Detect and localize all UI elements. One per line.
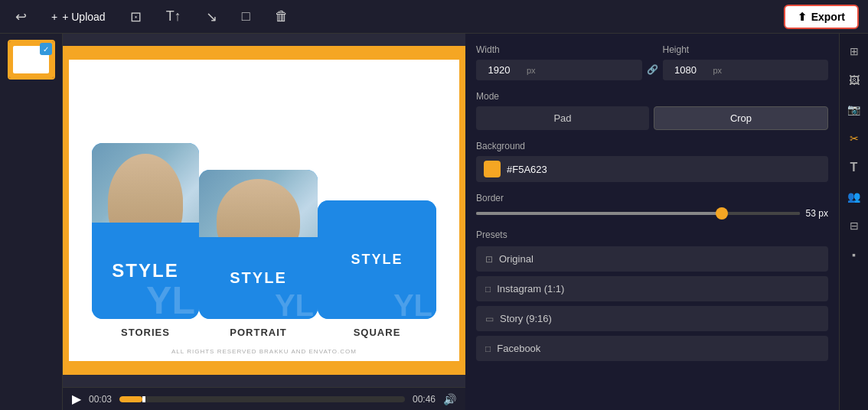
thumbnail-item[interactable]: ✓	[8, 40, 55, 80]
save-button[interactable]: ⊡	[124, 5, 148, 28]
export-label: Export	[811, 11, 845, 23]
arrow-button[interactable]: ↘	[200, 5, 224, 28]
thumbnail-check: ✓	[40, 43, 52, 55]
preset-instagram-icon: □	[485, 284, 491, 294]
photo-icon-btn[interactable]: 📷	[843, 98, 866, 121]
export-icon: ⬆	[798, 11, 807, 23]
text-icon-btn[interactable]: T	[843, 156, 866, 179]
preset-story-icon: ▭	[485, 314, 494, 324]
mode-setting: Mode Pad Crop	[476, 91, 828, 130]
preset-instagram-label: Instagram (1:1)	[497, 283, 564, 294]
sliders-icon-btn[interactable]: ⊟	[843, 214, 866, 237]
timeline-track[interactable]	[119, 396, 405, 402]
width-label: Width	[476, 44, 642, 55]
yl-square: YL	[393, 288, 432, 319]
person-add-icon-btn[interactable]: 👥	[843, 185, 866, 208]
border-setting: Border 53 px	[476, 193, 828, 219]
layers-icon-btn[interactable]: ▪	[843, 243, 866, 266]
dimension-setting: Width px 🔗 Height px	[476, 44, 828, 80]
preset-original-icon: ⊡	[485, 254, 493, 265]
presets-setting: Presets ⊡ Original □ Instagram (1:1) ▭ S…	[476, 229, 828, 361]
height-unit: px	[709, 66, 727, 75]
pad-button[interactable]: Pad	[476, 106, 649, 130]
upload-button[interactable]: + + Upload	[45, 8, 112, 26]
play-button[interactable]: ▶	[72, 392, 81, 406]
border-thumb	[716, 207, 728, 220]
canvas-white: STYLE YL STORIES ST	[69, 60, 459, 361]
bg-hex: #F5A623	[507, 164, 547, 175]
bg-swatch	[484, 161, 501, 177]
canvas-content: STYLE YL STORIES ST	[63, 34, 465, 387]
right-main-panel: Width px 🔗 Height px	[465, 34, 868, 410]
crop-icon-btn[interactable]: ✂	[843, 127, 866, 150]
card-label-stories: STORIES	[121, 327, 170, 338]
border-label: Border	[476, 193, 828, 203]
mode-row: Pad Crop	[476, 106, 828, 130]
volume-icon[interactable]: 🔊	[443, 393, 456, 405]
presets-label: Presets	[476, 229, 828, 240]
timeline: ▶ 00:03 00:46 🔊	[63, 387, 465, 410]
main-layout: ✓ STYLE YL	[0, 34, 868, 410]
text-button[interactable]: T↑	[160, 5, 188, 28]
yl-stories: YL	[146, 278, 195, 319]
right-icon-strip: ⊞ 🖼 📷 ✂ T 👥 ⊟ ▪	[839, 34, 868, 410]
plus-icon: +	[51, 11, 57, 23]
border-value: 53 px	[806, 208, 828, 219]
export-button[interactable]: ⬆ Export	[784, 5, 859, 29]
card-visual-portrait: STYLE YL	[199, 170, 318, 319]
border-filled	[476, 212, 719, 215]
background-setting: Background #F5A623	[476, 141, 828, 182]
toolbar: ↩ + + Upload ⊡ T↑ ↘ □ 🗑 ⬆ Export	[0, 0, 868, 34]
preset-facebook-button[interactable]: □ Facebook	[476, 336, 828, 361]
canvas-area: STYLE YL STORIES ST	[63, 34, 465, 410]
style-text-portrait: STYLE	[230, 269, 286, 287]
image-icon-btn[interactable]: 🖼	[843, 69, 866, 92]
preset-original-label: Original	[499, 253, 534, 265]
left-panel: ✓	[0, 34, 63, 410]
yl-portrait: YL	[275, 288, 314, 319]
shape-button[interactable]: □	[236, 5, 256, 28]
timeline-progress	[119, 396, 142, 402]
height-label: Height	[663, 44, 829, 55]
background-label: Background	[476, 141, 828, 151]
card-visual-stories: STYLE YL	[92, 143, 199, 319]
canvas-frame: STYLE YL STORIES ST	[63, 46, 465, 375]
card-visual-square: STYLE YL	[318, 200, 436, 319]
border-track	[476, 212, 800, 215]
border-slider[interactable]	[476, 212, 800, 215]
card-square: STYLE YL SQUARE	[318, 200, 436, 338]
card-text-square: STYLE YL	[318, 200, 436, 319]
watermark: ALL RIGHTS RESERVED BRAKKU AND ENVATO.CO…	[171, 348, 357, 355]
width-input-wrap: px	[476, 60, 642, 80]
timeline-thumb	[142, 396, 145, 402]
delete-button[interactable]: 🗑	[269, 5, 295, 28]
card-stories: STYLE YL STORIES	[92, 143, 199, 338]
settings-panel: Width px 🔗 Height px	[465, 34, 839, 410]
preset-original-button[interactable]: ⊡ Original	[476, 246, 828, 272]
link-icon[interactable]: 🔗	[647, 64, 658, 75]
border-row: 53 px	[476, 208, 828, 219]
card-text-stories: STYLE YL	[92, 223, 199, 320]
card-label-portrait: PORTRAIT	[230, 327, 286, 338]
card-text-portrait: STYLE YL	[199, 237, 318, 319]
mode-label: Mode	[476, 91, 828, 102]
preset-facebook-label: Facebook	[497, 343, 540, 354]
card-label-square: SQUARE	[354, 327, 401, 338]
border-unit: px	[818, 208, 828, 219]
end-time: 00:46	[413, 394, 436, 405]
dimension-row: Width px 🔗 Height px	[476, 44, 828, 80]
grid-icon-btn[interactable]: ⊞	[843, 40, 866, 63]
width-unit: px	[522, 66, 540, 75]
height-input[interactable]	[663, 60, 709, 80]
width-input[interactable]	[476, 60, 522, 80]
upload-label: + Upload	[62, 11, 105, 23]
preset-story-label: Story (9:16)	[500, 313, 552, 324]
preset-facebook-icon: □	[485, 343, 491, 354]
border-number: 53	[806, 208, 816, 219]
preset-instagram-button[interactable]: □ Instagram (1:1)	[476, 276, 828, 301]
card-portrait: STYLE YL PORTRAIT	[199, 170, 318, 338]
crop-button[interactable]: Crop	[654, 106, 828, 130]
preset-story-button[interactable]: ▭ Story (9:16)	[476, 306, 828, 331]
bg-row[interactable]: #F5A623	[476, 156, 828, 182]
undo-button[interactable]: ↩	[9, 5, 33, 28]
